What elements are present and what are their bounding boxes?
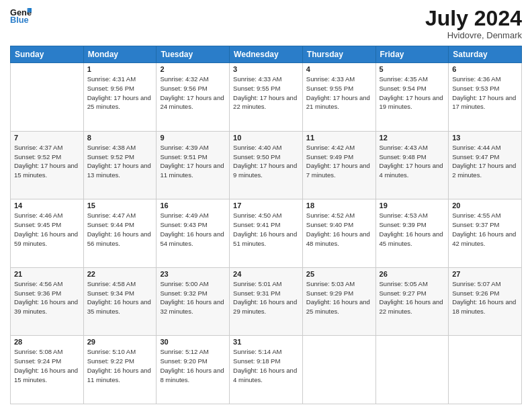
calendar-cell	[375, 336, 449, 404]
col-tuesday: Tuesday	[157, 46, 230, 63]
calendar-cell: 8 Sunrise: 4:38 AMSunset: 9:52 PMDayligh…	[83, 131, 157, 199]
calendar-cell: 23 Sunrise: 5:00 AMSunset: 9:32 PMDaylig…	[157, 267, 230, 336]
day-number: 30	[160, 338, 226, 346]
svg-text:Blue: Blue	[10, 15, 29, 25]
day-info: Sunrise: 5:05 AMSunset: 9:27 PMDaylight:…	[380, 279, 445, 316]
day-number: 27	[452, 270, 518, 278]
col-friday: Friday	[375, 46, 449, 63]
calendar-cell: 22 Sunrise: 4:58 AMSunset: 9:34 PMDaylig…	[83, 267, 157, 336]
calendar-cell: 28 Sunrise: 5:08 AMSunset: 9:24 PMDaylig…	[11, 336, 84, 404]
day-info: Sunrise: 4:53 AMSunset: 9:39 PMDaylight:…	[380, 211, 445, 248]
header: General Blue July 2024 Hvidovre, Denmark	[10, 7, 522, 40]
logo-icon: General Blue	[10, 7, 32, 26]
calendar-week-1: 7 Sunrise: 4:37 AMSunset: 9:52 PMDayligh…	[11, 131, 522, 199]
day-number: 29	[87, 338, 153, 346]
calendar-cell: 6 Sunrise: 4:36 AMSunset: 9:53 PMDayligh…	[449, 63, 522, 132]
day-info: Sunrise: 4:47 AMSunset: 9:44 PMDaylight:…	[87, 211, 153, 248]
page: General Blue July 2024 Hvidovre, Denmark…	[0, 0, 532, 411]
calendar-cell: 27 Sunrise: 5:07 AMSunset: 9:26 PMDaylig…	[449, 267, 522, 336]
calendar-cell: 17 Sunrise: 4:50 AMSunset: 9:41 PMDaylig…	[230, 199, 303, 268]
calendar-cell: 26 Sunrise: 5:05 AMSunset: 9:27 PMDaylig…	[375, 267, 449, 336]
day-info: Sunrise: 4:33 AMSunset: 9:55 PMDaylight:…	[233, 75, 299, 111]
day-number: 23	[160, 270, 226, 278]
day-info: Sunrise: 4:55 AMSunset: 9:37 PMDaylight:…	[452, 211, 518, 248]
day-number: 6	[452, 65, 518, 73]
day-info: Sunrise: 5:12 AMSunset: 9:20 PMDaylight:…	[160, 347, 226, 384]
day-info: Sunrise: 4:49 AMSunset: 9:43 PMDaylight:…	[160, 211, 226, 248]
day-number: 8	[87, 134, 153, 142]
logo: General Blue	[10, 7, 32, 26]
calendar-cell: 12 Sunrise: 4:43 AMSunset: 9:48 PMDaylig…	[375, 131, 449, 199]
calendar-cell: 25 Sunrise: 5:03 AMSunset: 9:29 PMDaylig…	[302, 267, 375, 336]
day-number: 24	[233, 270, 299, 278]
day-info: Sunrise: 5:00 AMSunset: 9:32 PMDaylight:…	[160, 279, 226, 316]
col-wednesday: Wednesday	[230, 46, 303, 63]
calendar-cell: 20 Sunrise: 4:55 AMSunset: 9:37 PMDaylig…	[449, 199, 522, 268]
calendar-cell	[11, 63, 84, 132]
day-info: Sunrise: 4:37 AMSunset: 9:52 PMDaylight:…	[14, 143, 80, 180]
day-number: 13	[452, 134, 518, 142]
day-number: 12	[380, 134, 445, 142]
day-number: 17	[233, 201, 299, 210]
calendar-cell	[302, 336, 375, 404]
day-number: 3	[233, 65, 299, 73]
month-title: July 2024	[425, 7, 522, 30]
calendar-week-0: 1 Sunrise: 4:31 AMSunset: 9:56 PMDayligh…	[11, 63, 522, 132]
day-number: 28	[14, 338, 80, 346]
day-number: 20	[452, 201, 518, 210]
day-info: Sunrise: 4:35 AMSunset: 9:54 PMDaylight:…	[380, 75, 445, 111]
day-info: Sunrise: 4:52 AMSunset: 9:40 PMDaylight:…	[306, 211, 372, 248]
calendar-cell: 18 Sunrise: 4:52 AMSunset: 9:40 PMDaylig…	[302, 199, 375, 268]
day-number: 11	[306, 134, 372, 142]
calendar-header-row: Sunday Monday Tuesday Wednesday Thursday…	[11, 46, 522, 63]
day-info: Sunrise: 5:07 AMSunset: 9:26 PMDaylight:…	[452, 279, 518, 316]
day-info: Sunrise: 4:43 AMSunset: 9:48 PMDaylight:…	[380, 143, 445, 180]
day-number: 10	[233, 134, 299, 142]
location: Hvidovre, Denmark	[425, 30, 522, 40]
calendar-cell: 31 Sunrise: 5:14 AMSunset: 9:18 PMDaylig…	[230, 336, 303, 404]
calendar-cell: 5 Sunrise: 4:35 AMSunset: 9:54 PMDayligh…	[375, 63, 449, 132]
day-info: Sunrise: 5:08 AMSunset: 9:24 PMDaylight:…	[14, 347, 80, 384]
day-info: Sunrise: 4:44 AMSunset: 9:47 PMDaylight:…	[452, 143, 518, 180]
day-info: Sunrise: 5:01 AMSunset: 9:31 PMDaylight:…	[233, 279, 299, 316]
col-thursday: Thursday	[302, 46, 375, 63]
day-info: Sunrise: 4:32 AMSunset: 9:56 PMDaylight:…	[160, 75, 226, 111]
day-number: 16	[160, 201, 226, 210]
day-info: Sunrise: 4:38 AMSunset: 9:52 PMDaylight:…	[87, 143, 153, 180]
calendar-cell: 13 Sunrise: 4:44 AMSunset: 9:47 PMDaylig…	[449, 131, 522, 199]
day-number: 7	[14, 134, 80, 142]
calendar-cell: 14 Sunrise: 4:46 AMSunset: 9:45 PMDaylig…	[11, 199, 84, 268]
day-number: 18	[306, 201, 372, 210]
day-number: 26	[380, 270, 445, 278]
calendar-week-4: 28 Sunrise: 5:08 AMSunset: 9:24 PMDaylig…	[11, 336, 522, 404]
calendar-cell: 19 Sunrise: 4:53 AMSunset: 9:39 PMDaylig…	[375, 199, 449, 268]
calendar-cell: 4 Sunrise: 4:33 AMSunset: 9:55 PMDayligh…	[302, 63, 375, 132]
day-info: Sunrise: 4:58 AMSunset: 9:34 PMDaylight:…	[87, 279, 153, 316]
day-number: 14	[14, 201, 80, 210]
day-number: 1	[87, 65, 153, 73]
day-info: Sunrise: 4:40 AMSunset: 9:50 PMDaylight:…	[233, 143, 299, 180]
title-block: July 2024 Hvidovre, Denmark	[425, 7, 522, 40]
day-info: Sunrise: 4:50 AMSunset: 9:41 PMDaylight:…	[233, 211, 299, 248]
day-info: Sunrise: 4:46 AMSunset: 9:45 PMDaylight:…	[14, 211, 80, 248]
day-number: 31	[233, 338, 299, 346]
col-saturday: Saturday	[449, 46, 522, 63]
calendar-cell: 10 Sunrise: 4:40 AMSunset: 9:50 PMDaylig…	[230, 131, 303, 199]
day-info: Sunrise: 5:14 AMSunset: 9:18 PMDaylight:…	[233, 347, 299, 384]
col-monday: Monday	[83, 46, 157, 63]
day-info: Sunrise: 4:33 AMSunset: 9:55 PMDaylight:…	[306, 75, 372, 111]
day-number: 4	[306, 65, 372, 73]
calendar-cell: 30 Sunrise: 5:12 AMSunset: 9:20 PMDaylig…	[157, 336, 230, 404]
day-number: 22	[87, 270, 153, 278]
day-number: 9	[160, 134, 226, 142]
day-number: 19	[380, 201, 445, 210]
calendar-cell: 2 Sunrise: 4:32 AMSunset: 9:56 PMDayligh…	[157, 63, 230, 132]
day-info: Sunrise: 4:56 AMSunset: 9:36 PMDaylight:…	[14, 279, 80, 316]
calendar-cell	[449, 336, 522, 404]
day-number: 15	[87, 201, 153, 210]
calendar-cell: 29 Sunrise: 5:10 AMSunset: 9:22 PMDaylig…	[83, 336, 157, 404]
day-info: Sunrise: 4:36 AMSunset: 9:53 PMDaylight:…	[452, 75, 518, 111]
day-info: Sunrise: 5:03 AMSunset: 9:29 PMDaylight:…	[306, 279, 372, 316]
day-info: Sunrise: 4:31 AMSunset: 9:56 PMDaylight:…	[87, 75, 153, 111]
calendar-cell: 3 Sunrise: 4:33 AMSunset: 9:55 PMDayligh…	[230, 63, 303, 132]
